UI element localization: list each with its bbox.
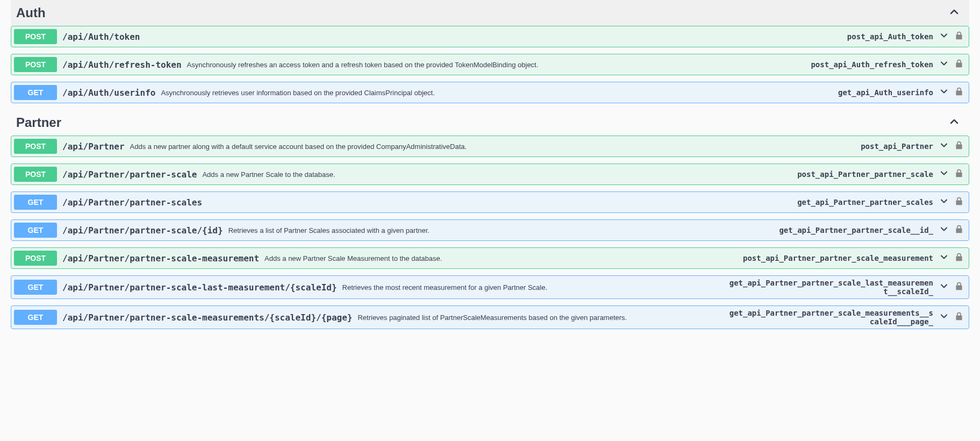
operation-id: post_api_Auth_refresh_token xyxy=(811,60,933,69)
operation-block: POST/api/Auth/refresh-tokenAsynchronousl… xyxy=(11,54,969,75)
operation-id: get_api_Partner_partner_scale_last_measu… xyxy=(729,279,933,296)
operation-block: GET/api/Partner/partner-scale-last-measu… xyxy=(11,275,969,299)
lock-icon[interactable] xyxy=(955,87,963,98)
http-method-badge: POST xyxy=(14,139,57,154)
chevron-down-icon[interactable] xyxy=(939,168,949,181)
chevron-up-icon xyxy=(948,5,961,20)
operation-id: post_api_Partner xyxy=(861,142,933,151)
operation-id: post_api_Partner_partner_scale xyxy=(797,170,933,179)
http-method-badge: POST xyxy=(14,57,57,72)
operation-summary[interactable]: GET/api/Partner/partner-scale-measuremen… xyxy=(11,306,969,329)
chevron-down-icon[interactable] xyxy=(939,140,949,153)
operation-description: Retrieves the most recent measurement fo… xyxy=(342,283,724,291)
lock-icon[interactable] xyxy=(955,59,963,70)
http-method-badge: POST xyxy=(14,251,57,266)
chevron-up-icon xyxy=(948,115,961,130)
chevron-down-icon[interactable] xyxy=(939,196,949,209)
lock-icon[interactable] xyxy=(955,281,963,293)
lock-icon[interactable] xyxy=(955,196,963,208)
operation-path: /api/Partner xyxy=(62,141,125,152)
operation-path: /api/Partner/partner-scales xyxy=(62,197,202,208)
operation-block: GET/api/Partner/partner-scale-measuremen… xyxy=(11,305,969,329)
http-method-badge: GET xyxy=(14,85,57,100)
operation-id: get_api_Partner_partner_scale_measuremen… xyxy=(729,309,933,326)
operation-block: GET/api/Auth/userinfoAsynchronously retr… xyxy=(11,82,969,103)
http-method-badge: POST xyxy=(14,29,57,44)
operation-id: get_api_Partner_partner_scales xyxy=(797,198,933,207)
operation-summary[interactable]: POST/api/Auth/tokenpost_api_Auth_token xyxy=(11,26,969,47)
operation-id: get_api_Auth_userinfo xyxy=(838,88,933,97)
operation-path: /api/Partner/partner-scale-measurements/… xyxy=(62,312,352,323)
operation-description: Asynchronously retrieves user informatio… xyxy=(161,89,833,97)
operation-path: /api/Partner/partner-scale-last-measurem… xyxy=(62,282,337,293)
operation-path: /api/Partner/partner-scale/{id} xyxy=(62,225,223,236)
chevron-down-icon[interactable] xyxy=(939,86,949,99)
operation-summary[interactable]: GET/api/Auth/userinfoAsynchronously retr… xyxy=(11,82,969,103)
operation-block: GET/api/Partner/partner-scalesget_api_Pa… xyxy=(11,191,969,213)
tag-header[interactable]: Partner xyxy=(11,110,969,136)
lock-icon[interactable] xyxy=(955,140,963,152)
operation-description: Adds a new Partner Scale to the database… xyxy=(202,170,792,179)
http-method-badge: GET xyxy=(14,195,57,210)
tag-name: Auth xyxy=(16,5,46,20)
operation-summary[interactable]: POST/api/Auth/refresh-tokenAsynchronousl… xyxy=(11,54,969,75)
operation-block: POST/api/Auth/tokenpost_api_Auth_token xyxy=(11,26,969,47)
http-method-badge: GET xyxy=(14,310,57,325)
operation-description: Retrieves paginated list of PartnerScale… xyxy=(357,314,724,322)
tag-name: Partner xyxy=(16,115,61,130)
lock-icon[interactable] xyxy=(955,31,963,42)
http-method-badge: GET xyxy=(14,280,57,295)
operation-summary[interactable]: POST/api/Partner/partner-scaleAdds a new… xyxy=(11,164,969,184)
operation-description: Asynchronously refreshes an access token… xyxy=(187,61,806,69)
operation-description: Adds a new partner along with a default … xyxy=(130,143,856,151)
operation-path: /api/Auth/token xyxy=(62,32,140,42)
operation-summary[interactable]: GET/api/Partner/partner-scale-last-measu… xyxy=(11,276,969,298)
lock-icon[interactable] xyxy=(955,311,963,323)
lock-icon[interactable] xyxy=(955,224,963,236)
chevron-down-icon[interactable] xyxy=(939,281,949,294)
chevron-down-icon[interactable] xyxy=(939,224,949,237)
operation-path: /api/Auth/refresh-token xyxy=(62,60,182,70)
operation-block: POST/api/PartnerAdds a new partner along… xyxy=(11,136,969,157)
operation-id: post_api_Auth_token xyxy=(847,32,933,41)
operation-id: post_api_Partner_partner_scale_measureme… xyxy=(743,254,933,262)
operation-description: Retrieves a list of Partner Scales assoc… xyxy=(228,226,774,234)
operation-description: Adds a new Partner Scale Measurement to … xyxy=(264,254,738,262)
operation-block: POST/api/Partner/partner-scaleAdds a new… xyxy=(11,163,969,185)
operation-summary[interactable]: POST/api/Partner/partner-scale-measureme… xyxy=(11,248,969,268)
operation-id: get_api_Partner_partner_scale__id_ xyxy=(779,226,933,234)
chevron-down-icon[interactable] xyxy=(939,252,949,265)
http-method-badge: POST xyxy=(14,167,57,182)
chevron-down-icon[interactable] xyxy=(939,58,949,71)
operation-summary[interactable]: GET/api/Partner/partner-scale/{id}Retrie… xyxy=(11,220,969,240)
operation-summary[interactable]: POST/api/PartnerAdds a new partner along… xyxy=(11,136,969,157)
chevron-down-icon[interactable] xyxy=(939,311,949,324)
chevron-down-icon[interactable] xyxy=(939,30,949,43)
operation-path: /api/Partner/partner-scale-measurement xyxy=(62,253,259,264)
operation-path: /api/Auth/userinfo xyxy=(62,88,155,98)
tag-header[interactable]: Auth xyxy=(11,0,969,26)
operation-summary[interactable]: GET/api/Partner/partner-scalesget_api_Pa… xyxy=(11,192,969,212)
operation-block: GET/api/Partner/partner-scale/{id}Retrie… xyxy=(11,219,969,241)
operation-block: POST/api/Partner/partner-scale-measureme… xyxy=(11,247,969,269)
lock-icon[interactable] xyxy=(955,252,963,264)
operation-path: /api/Partner/partner-scale xyxy=(62,169,197,180)
http-method-badge: GET xyxy=(14,223,57,238)
lock-icon[interactable] xyxy=(955,168,963,180)
